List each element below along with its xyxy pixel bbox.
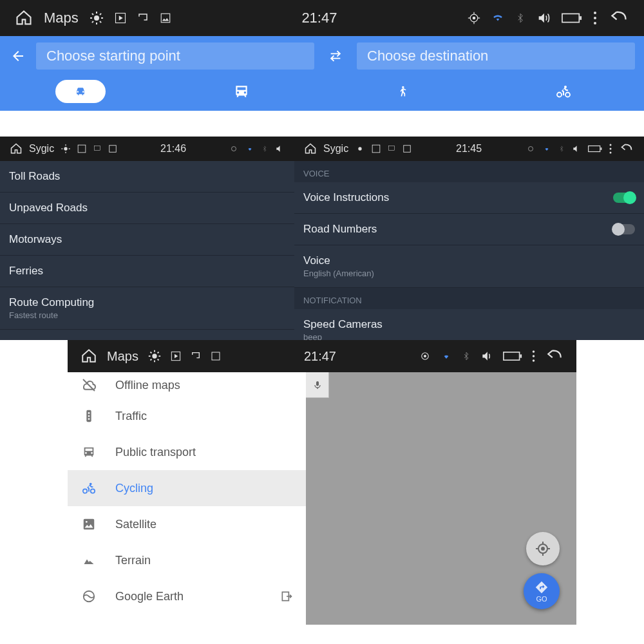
gps-icon	[526, 144, 535, 153]
tab-transit[interactable]	[161, 80, 322, 103]
label: Motorways	[9, 233, 285, 246]
label: Route Computing	[9, 296, 285, 309]
tab-driving[interactable]	[0, 80, 161, 103]
label: Cycling	[115, 482, 153, 495]
status-time: 21:47	[301, 10, 337, 26]
kebab-icon[interactable]	[531, 349, 536, 363]
volume-icon[interactable]	[536, 11, 551, 25]
photo-icon[interactable]	[402, 144, 412, 153]
sun-icon	[61, 144, 71, 154]
play-icon[interactable]	[77, 144, 86, 153]
svg-point-64	[88, 412, 90, 414]
home-icon[interactable]	[14, 9, 33, 27]
svg-rect-41	[600, 147, 601, 150]
label: Public transport	[115, 446, 196, 459]
label: Ferries	[9, 265, 285, 278]
photo-icon[interactable]	[108, 144, 117, 153]
svg-point-39	[529, 147, 533, 151]
statusbar-small: Sygic 21:45	[294, 137, 644, 161]
road-numbers-row[interactable]: Road Numbers	[294, 214, 644, 245]
offline-icon	[80, 377, 97, 393]
setting-toll-roads[interactable]: Toll Roads	[0, 161, 294, 193]
svg-point-22	[402, 86, 404, 88]
svg-rect-74	[316, 381, 319, 386]
gps-icon	[229, 144, 238, 153]
side-menu: Offline maps Traffic Public transport Cy…	[68, 340, 306, 625]
bluetooth-icon	[261, 144, 268, 153]
toggle-on[interactable]	[613, 193, 635, 203]
svg-rect-59	[520, 354, 522, 357]
play-icon[interactable]	[115, 12, 126, 24]
satellite-icon	[80, 517, 97, 531]
kebab-icon[interactable]	[592, 10, 598, 26]
setting-ferries[interactable]: Ferries	[0, 256, 294, 287]
back-icon[interactable]	[545, 348, 564, 365]
home-icon[interactable]	[10, 142, 23, 155]
svg-point-65	[88, 415, 90, 417]
statusbar: Maps 21:47	[0, 0, 644, 36]
bluetooth-icon	[515, 11, 526, 25]
earth-icon	[80, 589, 97, 603]
menu-cycling[interactable]: Cycling	[68, 470, 306, 506]
back-arrow-icon[interactable]	[9, 48, 27, 64]
map-pane[interactable]: GO	[306, 340, 576, 625]
photo-icon[interactable]	[160, 12, 171, 24]
svg-point-60	[533, 350, 535, 353]
home-icon[interactable]	[304, 142, 317, 155]
svg-point-25	[564, 86, 567, 88]
menu-traffic[interactable]: Traffic	[68, 398, 306, 434]
panel-sygic-route: Sygic 21:46 Toll Roads Unpaved Roads Mot…	[0, 137, 294, 340]
tab-walking[interactable]	[322, 80, 483, 103]
voice-instructions-row[interactable]: Voice Instructions	[294, 182, 644, 214]
home-icon[interactable]	[80, 348, 98, 365]
setting-motorways[interactable]: Motorways	[0, 224, 294, 256]
dest-field[interactable]: Choose destination	[357, 43, 635, 70]
label: Voice	[303, 254, 635, 267]
wifi-icon	[245, 145, 255, 153]
toggle-off[interactable]	[613, 224, 635, 234]
cast-icon[interactable]	[190, 351, 202, 361]
cast-icon[interactable]	[387, 145, 396, 153]
volume-icon[interactable]	[480, 350, 494, 363]
menu-offline-maps[interactable]: Offline maps	[68, 372, 306, 398]
directions-icon	[535, 580, 549, 594]
start-placeholder: Choose starting point	[46, 48, 180, 64]
go-fab[interactable]: GO	[524, 573, 560, 609]
voice-language-row[interactable]: Voice English (American)	[294, 245, 644, 288]
menu-terrain[interactable]: Terrain	[68, 542, 306, 578]
svg-point-67	[83, 489, 87, 493]
play-icon[interactable]	[372, 144, 381, 153]
mic-button[interactable]	[306, 372, 329, 398]
cast-icon[interactable]	[93, 145, 102, 153]
tab-cycling[interactable]	[483, 80, 644, 103]
bluetooth-icon	[558, 144, 565, 153]
setting-route-computing[interactable]: Route Computing Fastest route	[0, 287, 294, 330]
svg-line-7	[92, 21, 93, 23]
play-icon[interactable]	[171, 351, 181, 361]
menu-satellite[interactable]: Satellite	[68, 506, 306, 542]
menu-transit[interactable]: Public transport	[68, 434, 306, 470]
setting-unpaved-roads[interactable]: Unpaved Roads	[0, 193, 294, 224]
cast-icon[interactable]	[137, 12, 149, 24]
gps-icon	[419, 350, 431, 362]
photo-icon[interactable]	[211, 351, 221, 361]
bluetooth-icon	[462, 350, 471, 363]
svg-point-35	[358, 147, 361, 150]
terrain-icon	[80, 554, 97, 566]
svg-point-57	[424, 355, 426, 357]
battery-icon	[588, 145, 602, 153]
locate-fab[interactable]	[526, 532, 560, 565]
menu-google-earth[interactable]: Google Earth	[68, 578, 306, 614]
svg-point-42	[610, 144, 612, 146]
svg-rect-40	[589, 146, 600, 151]
swap-icon[interactable]	[323, 49, 348, 63]
status-time: 21:45	[456, 143, 482, 155]
back-icon[interactable]	[619, 142, 634, 155]
start-field[interactable]: Choose starting point	[36, 43, 314, 70]
svg-point-21	[594, 22, 596, 24]
kebab-icon[interactable]	[609, 143, 612, 155]
back-icon[interactable]	[608, 9, 630, 27]
volume-icon[interactable]	[274, 144, 285, 153]
svg-rect-18	[580, 16, 582, 20]
volume-icon[interactable]	[571, 144, 582, 153]
